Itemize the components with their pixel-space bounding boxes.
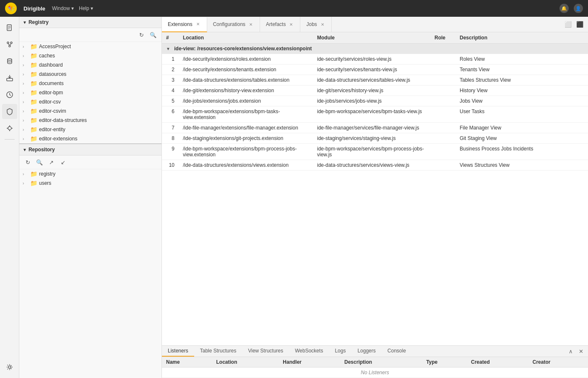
content: Extensions ✕ Configurations ✕ Artefacts … — [162, 17, 588, 378]
table-row[interactable]: 10 /ide-data-structures/extensions/views… — [162, 160, 588, 171]
folder-icon: 📁 — [30, 180, 37, 186]
table-row[interactable]: 6 /ide-bpm-workspace/extensions/bpm-task… — [162, 106, 588, 123]
tab-configurations-close[interactable]: ✕ — [248, 21, 254, 27]
bottom-tab-websockets[interactable]: WebSockets — [289, 346, 329, 357]
bottom-tab-listeners[interactable]: Listeners — [162, 346, 194, 357]
cell-role — [430, 106, 455, 123]
cell-description: Views Structures View — [455, 160, 588, 171]
folder-icon: 📁 — [30, 43, 37, 50]
tab-configurations[interactable]: Configurations ✕ — [207, 17, 260, 32]
cell-module: ide-data-structures/services/tables-view… — [313, 75, 430, 85]
bottom-tab-loggers[interactable]: Loggers — [351, 346, 381, 357]
cell-location: /ide-file-manager/extensions/file-manage… — [179, 123, 313, 133]
tree-item-dashboard[interactable]: › 📁 dashboard — [19, 60, 161, 70]
folder-icon: 📁 — [30, 52, 37, 59]
cell-location: /ide-security/extensions/tenants.extensi… — [179, 65, 313, 75]
cell-module: ide-bpm-workspace/services/bpm-process-j… — [313, 144, 430, 160]
bottom-tab-table-structures[interactable]: Table Structures — [194, 346, 242, 357]
icon-security[interactable] — [2, 104, 17, 119]
icon-settings[interactable] — [2, 360, 17, 375]
workspace-header: ▼ Registry — [19, 17, 161, 28]
tree-item-users[interactable]: › 📁 users — [19, 179, 161, 188]
table-row[interactable]: 1 /ide-security/extensions/roles.extensi… — [162, 54, 588, 65]
tree-item-datasources[interactable]: › 📁 datasources — [19, 70, 161, 79]
svg-point-6 — [9, 45, 10, 47]
svg-point-4 — [7, 42, 9, 44]
workspace-collapse-icon[interactable]: ▼ — [23, 20, 27, 25]
bottom-tab-console[interactable]: Console — [382, 346, 412, 357]
col-header-module: Module — [313, 32, 430, 44]
tab-artefacts[interactable]: Artefacts ✕ — [260, 17, 300, 32]
bottom-close-btn[interactable]: ✕ — [576, 347, 585, 356]
repo-refresh-btn[interactable]: ↻ — [23, 157, 33, 167]
cell-num: 3 — [162, 75, 179, 85]
tab-extensions-close[interactable]: ✕ — [195, 21, 201, 27]
table-row[interactable]: 5 /ide-jobs/extensions/jobs.extension id… — [162, 96, 588, 106]
sidebar: ▼ Registry ↻ 🔍 › 📁 AccessProject › — [19, 17, 162, 378]
tree-item-editor-data-structures[interactable]: › 📁 editor-data-structures — [19, 116, 161, 125]
tab-jobs[interactable]: Jobs ✕ — [300, 17, 331, 32]
chevron-icon: › — [23, 118, 29, 123]
tree-item-registry[interactable]: › 📁 registry — [19, 169, 161, 179]
tree-item-editor-entity[interactable]: › 📁 editor-entity — [19, 125, 161, 134]
table-row[interactable]: 9 /ide-bpm-workspace/extensions/bpm-proc… — [162, 144, 588, 160]
tree-item-editor-extensions[interactable]: › 📁 editor-extensions — [19, 134, 161, 143]
workspace-search-btn[interactable]: 🔍 — [148, 30, 158, 40]
table-row[interactable]: 8 /ide-staging/extensions/git-projects.e… — [162, 133, 588, 144]
table-row[interactable]: 2 /ide-security/extensions/tenants.exten… — [162, 65, 588, 75]
cell-module: ide-staging/services/staging-view.js — [313, 133, 430, 144]
chevron-icon: › — [23, 72, 29, 77]
icon-publish[interactable] — [2, 70, 17, 85]
cell-role — [430, 144, 455, 160]
menu-help[interactable]: Help ▾ — [79, 5, 93, 11]
split-horizontal-btn[interactable]: ⬜ — [563, 19, 573, 29]
app-logo: 🪁 — [5, 3, 17, 14]
tree-item-editor-csvim[interactable]: › 📁 editor-csvim — [19, 106, 161, 116]
chevron-icon: › — [23, 100, 29, 104]
folder-icon: 📁 — [30, 171, 37, 177]
tab-extensions[interactable]: Extensions ✕ — [162, 17, 207, 32]
cell-num: 10 — [162, 160, 179, 171]
tree-item-accessproject[interactable]: › 📁 AccessProject — [19, 42, 161, 51]
svg-point-17 — [8, 366, 11, 368]
workspace-refresh-btn[interactable]: ↻ — [136, 30, 146, 40]
folder-icon: 📁 — [30, 62, 37, 68]
tree-item-editor-bpm[interactable]: › 📁 editor-bpm — [19, 88, 161, 97]
bottom-tab-logs[interactable]: Logs — [329, 346, 351, 357]
table-row[interactable]: 3 /ide-data-structures/extensions/tables… — [162, 75, 588, 85]
bottom-collapse-btn[interactable]: ∧ — [566, 347, 575, 356]
bottom-col-name: Name — [162, 357, 212, 368]
cell-num: 5 — [162, 96, 179, 106]
menu-window[interactable]: Window ▾ — [52, 5, 74, 11]
tab-artefacts-close[interactable]: ✕ — [288, 21, 294, 27]
icon-git[interactable] — [2, 37, 17, 52]
repo-import-btn[interactable]: ↙ — [58, 157, 68, 167]
icon-scheduler[interactable] — [2, 87, 17, 102]
tree-item-documents[interactable]: › 📁 documents — [19, 79, 161, 88]
svg-rect-10 — [7, 78, 13, 81]
icon-database[interactable] — [2, 54, 17, 69]
repo-export-btn[interactable]: ↗ — [46, 157, 56, 167]
icon-files[interactable] — [2, 20, 17, 35]
repo-header: ▼ Repository — [19, 144, 161, 155]
table-row[interactable]: 4 /ide-git/extensions/history-view.exten… — [162, 85, 588, 96]
split-vertical-btn[interactable]: ⬛ — [575, 19, 585, 29]
tree-item-caches[interactable]: › 📁 caches — [19, 51, 161, 60]
group-row-label: ide-view: /resources-core/extensions/vie… — [174, 46, 312, 52]
table-row[interactable]: 7 /ide-file-manager/extensions/file-mana… — [162, 123, 588, 133]
bottom-tab-view-structures[interactable]: View Structures — [242, 346, 289, 357]
tree-item-editor-csv[interactable]: › 📁 editor-csv — [19, 97, 161, 106]
repo-search-btn[interactable]: 🔍 — [34, 157, 44, 167]
cell-num: 2 — [162, 65, 179, 75]
workspace-tree: › 📁 AccessProject › 📁 caches › 📁 dashboa… — [19, 42, 161, 143]
main-table-container: # Location Module Role Description ▼ ide… — [162, 32, 588, 345]
repo-collapse-icon[interactable]: ▼ — [23, 148, 27, 152]
bottom-table: Name Location Handler Description Type C… — [162, 357, 588, 378]
app: 🪁 Dirigible Window ▾ Help ▾ 🔔 👤 — [0, 0, 588, 378]
notification-icon[interactable]: 🔔 — [559, 4, 569, 13]
group-row[interactable]: ▼ ide-view: /resources-core/extensions/v… — [162, 44, 588, 54]
tab-jobs-close[interactable]: ✕ — [320, 21, 325, 27]
icon-debug[interactable] — [2, 121, 17, 136]
user-icon[interactable]: 👤 — [574, 4, 583, 13]
bottom-panel: Listeners Table Structures View Structur… — [162, 345, 588, 378]
